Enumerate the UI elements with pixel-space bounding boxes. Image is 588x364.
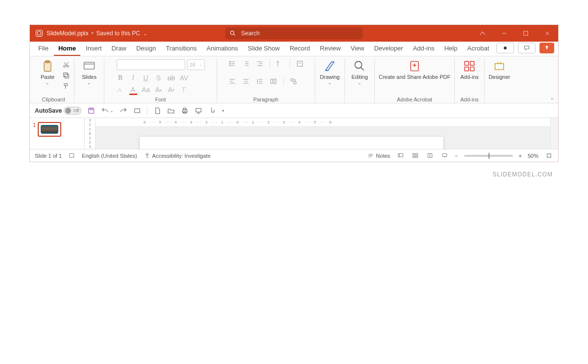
- tab-slideshow[interactable]: Slide Show: [244, 42, 284, 56]
- slides-button[interactable]: Slides ⌄: [78, 59, 100, 85]
- coming-soon-button[interactable]: [472, 25, 493, 42]
- tab-design[interactable]: Design: [132, 42, 160, 56]
- font-size-combo[interactable]: 18⌄: [187, 59, 205, 70]
- search-box[interactable]: [225, 27, 363, 39]
- horizontal-ruler[interactable]: 6· · · 5· · · 4· · · 3· · · 2· · · 1· · …: [96, 118, 550, 127]
- comments-button[interactable]: [518, 43, 536, 53]
- fit-to-window-button[interactable]: [544, 151, 553, 160]
- font-family-combo[interactable]: [117, 59, 185, 70]
- minimize-button[interactable]: [493, 25, 515, 42]
- italic-button[interactable]: I: [129, 74, 137, 82]
- accessibility-status[interactable]: Accessibility: Investigate: [144, 152, 211, 159]
- change-case-button[interactable]: Aa: [142, 86, 150, 94]
- shadow-button[interactable]: S: [155, 74, 163, 82]
- save-status[interactable]: Saved to this PC: [97, 30, 140, 37]
- touch-mode-button[interactable]: [208, 107, 216, 115]
- text-direction-button[interactable]: [276, 60, 284, 68]
- close-button[interactable]: [537, 25, 558, 42]
- quick-access-toolbar: AutoSave Off ⌄ ▾: [30, 103, 558, 118]
- clear-formatting-button[interactable]: [180, 86, 188, 94]
- tab-draw[interactable]: Draw: [107, 42, 131, 56]
- convert-smartart-button[interactable]: [290, 77, 297, 85]
- highlight-button[interactable]: [117, 86, 124, 94]
- tab-home[interactable]: Home: [54, 42, 80, 56]
- reading-view-button[interactable]: [425, 151, 434, 160]
- strikethrough-button[interactable]: ab: [168, 74, 175, 82]
- shrink-font-button[interactable]: A▾: [168, 86, 175, 94]
- cut-button[interactable]: [62, 61, 70, 69]
- slideshow-view-button[interactable]: [440, 151, 449, 160]
- columns-button[interactable]: [270, 77, 277, 85]
- tab-transitions[interactable]: Transitions: [161, 42, 201, 56]
- bullets-button[interactable]: [228, 60, 236, 68]
- drawing-button[interactable]: Drawing ⌄: [319, 59, 341, 85]
- search-input[interactable]: [240, 29, 363, 37]
- align-text-button[interactable]: [296, 60, 304, 68]
- tab-acrobat[interactable]: Acrobat: [463, 42, 493, 56]
- zoom-level[interactable]: 50%: [528, 153, 539, 159]
- grow-font-button[interactable]: A▴: [155, 86, 163, 94]
- slide-thumbnail-1[interactable]: [38, 122, 61, 137]
- vertical-scrollbar[interactable]: [550, 118, 558, 149]
- zoom-in-button[interactable]: +: [519, 153, 522, 159]
- copy-button[interactable]: [62, 72, 70, 79]
- bold-button[interactable]: B: [117, 74, 124, 82]
- autosave-toggle[interactable]: Off: [64, 107, 81, 115]
- svg-rect-57: [196, 108, 201, 112]
- vertical-ruler[interactable]: 3 2 1 0 1 2 3: [85, 118, 96, 149]
- tab-review[interactable]: Review: [316, 42, 345, 56]
- notes-button[interactable]: Notes: [368, 152, 390, 159]
- collapse-ribbon-button[interactable]: ⌄: [550, 95, 554, 101]
- new-file-button[interactable]: [153, 107, 161, 115]
- tab-developer[interactable]: Developer: [369, 42, 407, 56]
- slide-counter[interactable]: Slide 1 of 1: [35, 153, 62, 159]
- editing-button[interactable]: Editing ⌄: [349, 59, 370, 85]
- ribbon-tabs: File Home Insert Draw Design Transitions…: [30, 42, 558, 56]
- tab-insert[interactable]: Insert: [81, 42, 106, 56]
- zoom-out-button[interactable]: −: [455, 153, 458, 159]
- font-color-button[interactable]: A: [129, 86, 137, 94]
- character-spacing-button[interactable]: AV: [180, 74, 188, 82]
- save-button[interactable]: [87, 107, 95, 115]
- share-button[interactable]: [539, 43, 554, 53]
- numbering-button[interactable]: [242, 60, 250, 68]
- align-center-button[interactable]: [242, 77, 250, 85]
- redo-button[interactable]: [120, 107, 127, 115]
- chevron-down-icon[interactable]: ⌄: [143, 31, 147, 36]
- tab-animations[interactable]: Animations: [202, 42, 243, 56]
- svg-rect-39: [274, 79, 276, 83]
- record-button[interactable]: [496, 43, 514, 53]
- group-addins: Add-ins Add-ins: [455, 58, 485, 103]
- slide-sorter-view-button[interactable]: [411, 151, 419, 160]
- slide-canvas[interactable]: [96, 127, 550, 149]
- format-painter-button[interactable]: [62, 82, 70, 90]
- zoom-slider[interactable]: [464, 155, 513, 157]
- paste-button[interactable]: Paste ⌄: [37, 59, 58, 85]
- undo-button[interactable]: ⌄: [101, 107, 114, 115]
- print-button[interactable]: [181, 107, 189, 115]
- line-spacing-button[interactable]: [256, 77, 264, 85]
- powerpoint-window: SlideModel.pptx • Saved to this PC ⌄ Fil…: [29, 24, 559, 162]
- underline-button[interactable]: U: [142, 74, 150, 82]
- addins-button[interactable]: Add-ins: [459, 59, 480, 80]
- tab-view[interactable]: View: [346, 42, 368, 56]
- align-left-button[interactable]: [228, 77, 236, 85]
- customize-qat-button[interactable]: ▾: [222, 108, 224, 113]
- present-button[interactable]: [195, 107, 202, 115]
- spell-check-icon[interactable]: [69, 152, 75, 159]
- designer-button[interactable]: Designer: [489, 59, 510, 80]
- tab-help[interactable]: Help: [440, 42, 462, 56]
- document-title[interactable]: SlideModel.pptx: [47, 30, 88, 37]
- slide[interactable]: [140, 137, 443, 149]
- language-status[interactable]: English (United States): [82, 153, 137, 159]
- maximize-button[interactable]: [515, 25, 537, 42]
- tab-file[interactable]: File: [34, 42, 53, 56]
- tab-addins[interactable]: Add-ins: [409, 42, 439, 56]
- indent-button[interactable]: [256, 60, 264, 68]
- start-from-beginning-button[interactable]: [133, 107, 141, 115]
- normal-view-button[interactable]: [396, 151, 405, 160]
- open-file-button[interactable]: [167, 107, 175, 115]
- slide-thumbnails-pane[interactable]: 1: [30, 118, 85, 149]
- create-share-pdf-button[interactable]: Create and Share Adobe PDF: [379, 59, 450, 80]
- tab-record[interactable]: Record: [285, 42, 315, 56]
